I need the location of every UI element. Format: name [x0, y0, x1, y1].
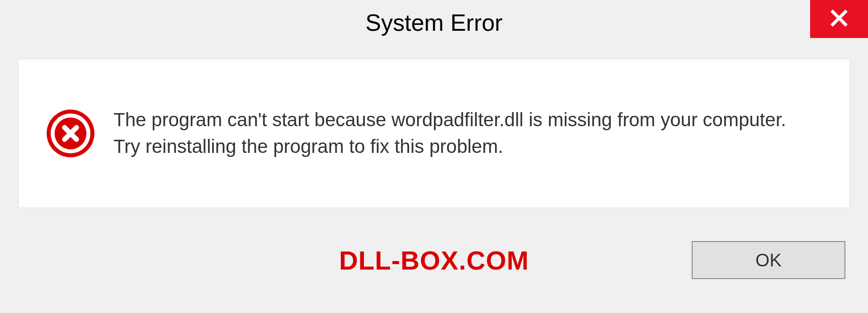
- watermark-text: DLL-BOX.COM: [339, 245, 529, 275]
- close-button[interactable]: [810, 0, 868, 38]
- content-panel: The program can't start because wordpadf…: [18, 59, 850, 208]
- button-row: DLL-BOX.COM OK: [0, 208, 868, 312]
- dialog-title: System Error: [365, 9, 502, 36]
- close-icon: [828, 7, 850, 31]
- ok-button[interactable]: OK: [692, 241, 845, 279]
- error-message: The program can't start because wordpadf…: [113, 107, 792, 160]
- error-icon: [46, 109, 95, 158]
- titlebar: System Error: [0, 0, 868, 45]
- error-dialog: System Error The program can't start bec…: [0, 0, 868, 313]
- ok-button-label: OK: [755, 250, 782, 270]
